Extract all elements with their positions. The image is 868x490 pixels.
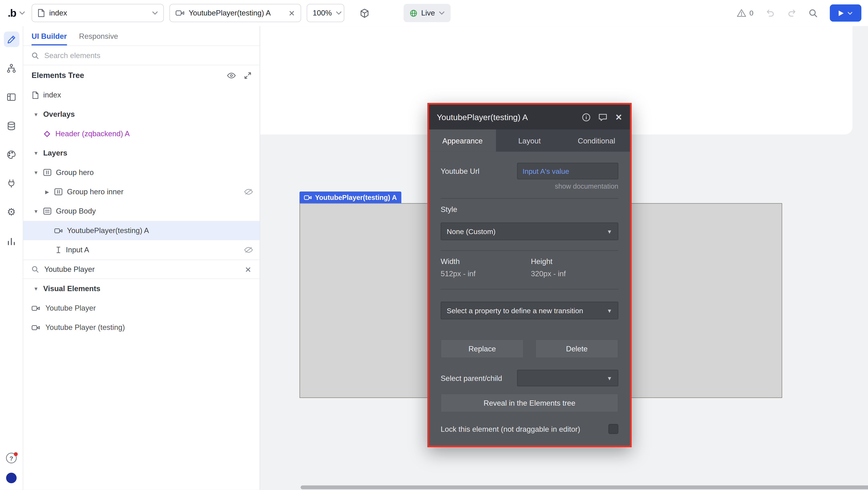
chevron-down-icon: ▼ — [607, 307, 612, 313]
chevron-down-icon[interactable]: ▼ — [33, 286, 39, 292]
close-icon[interactable]: ✕ — [615, 112, 622, 122]
selected-element-tag[interactable]: YoutubePlayer(testing) A — [300, 191, 401, 203]
search-icon[interactable] — [809, 9, 817, 18]
tab-appearance[interactable]: Appearance — [429, 130, 496, 152]
elements-tree-header: Elements Tree — [23, 65, 259, 85]
data-tab-icon[interactable] — [4, 118, 19, 133]
palette-item-youtube-player[interactable]: Youtube Player — [23, 298, 259, 318]
chevron-down-icon[interactable]: ▼ — [33, 150, 39, 156]
comment-icon[interactable] — [598, 113, 608, 121]
elements-search — [23, 46, 259, 65]
bubble-logo-menu[interactable]: .b — [7, 7, 26, 19]
reusable-element-icon — [43, 130, 51, 137]
property-editor: YoutubePlayer(testing) A ✕ Appearance La… — [427, 103, 632, 447]
youtube-url-label: Youtube Url — [441, 167, 479, 175]
transition-dropdown[interactable]: Select a property to define a new transi… — [441, 302, 618, 319]
zoom-selector[interactable]: 100% — [307, 4, 344, 22]
tree-item-label: Header (zqbackend) A — [56, 130, 130, 138]
visibility-eye-icon[interactable] — [227, 72, 236, 78]
undo-icon[interactable] — [766, 9, 775, 17]
lock-element-label: Lock this element (not draggable in edit… — [441, 425, 580, 433]
issue-checker[interactable]: 0 — [737, 9, 753, 17]
horizontal-scrollbar[interactable] — [301, 485, 868, 489]
styles-tab-icon[interactable] — [4, 147, 19, 162]
tab-layout[interactable]: Layout — [496, 130, 563, 152]
tab-responsive[interactable]: Responsive — [79, 27, 118, 44]
row-group-icon — [43, 208, 52, 215]
chevron-down-icon[interactable]: ▼ — [33, 208, 39, 214]
property-editor-titlebar[interactable]: YoutubePlayer(testing) A ✕ — [429, 105, 630, 130]
selected-element-name: YoutubePlayer(testing) A — [189, 9, 284, 17]
video-icon — [304, 194, 312, 200]
reveal-in-tree-button[interactable]: Reveal in the Elements tree — [441, 394, 618, 412]
page-selector-value: index — [49, 9, 148, 17]
replace-button[interactable]: Replace — [441, 339, 524, 358]
clear-element-icon[interactable]: ✕ — [288, 9, 295, 18]
element-search-input[interactable] — [44, 265, 239, 273]
section-visual-elements[interactable]: ▼ Visual Elements — [23, 279, 259, 298]
page-selector[interactable]: index — [32, 4, 164, 22]
search-icon — [32, 52, 39, 59]
delete-button[interactable]: Delete — [535, 339, 618, 358]
tree-item-group-body[interactable]: ▼ Group Body — [23, 202, 259, 221]
tree-item-youtubeplayer-selected[interactable]: YoutubePlayer(testing) A — [23, 221, 259, 240]
tree-item-input-a[interactable]: Input A — [23, 240, 259, 259]
settings-tab-icon[interactable]: ⚙ — [4, 204, 19, 220]
design-canvas[interactable]: YoutubePlayer(testing) A YoutubePlayer(t… — [260, 26, 868, 490]
page-icon — [32, 91, 39, 99]
tab-conditional[interactable]: Conditional — [563, 130, 630, 152]
chevron-down-icon: ▼ — [607, 228, 612, 234]
design-layout-tab-icon[interactable] — [4, 89, 19, 105]
live-version-badge[interactable]: Live — [403, 4, 451, 22]
style-dropdown[interactable]: None (Custom) ▼ — [441, 223, 618, 240]
tree-section-layers[interactable]: ▼ Layers — [23, 144, 259, 163]
show-documentation-link[interactable]: show documentation — [441, 183, 618, 190]
tree-item-label: YoutubePlayer(testing) A — [67, 226, 149, 235]
bubble-logo: .b — [8, 7, 16, 19]
lock-element-checkbox[interactable] — [609, 424, 618, 434]
component-library-icon[interactable] — [360, 8, 369, 18]
ui-builder-tab-icon[interactable] — [4, 32, 19, 47]
width-value: 512px - inf — [441, 270, 531, 278]
search-elements-input[interactable] — [44, 51, 251, 59]
expand-tree-icon[interactable] — [244, 72, 251, 79]
logs-tab-icon[interactable] — [4, 233, 19, 248]
info-icon[interactable] — [582, 113, 591, 122]
tree-item-group-hero[interactable]: ▼ Group hero — [23, 163, 259, 182]
help-icon[interactable]: ? — [6, 453, 17, 463]
property-editor-title: YoutubePlayer(testing) A — [437, 112, 574, 122]
video-icon — [54, 228, 62, 234]
parent-child-dropdown[interactable]: ▼ — [517, 370, 618, 386]
clear-search-icon[interactable]: ✕ — [245, 265, 251, 274]
live-badge-label: Live — [421, 9, 435, 17]
chevron-down-icon — [439, 11, 444, 15]
tree-item-group-hero-inner[interactable]: ▶ Group hero inner — [23, 182, 259, 201]
tree-item-label: Group Body — [56, 207, 96, 215]
palette-item-label: Youtube Player — [45, 304, 96, 312]
zoom-value: 100% — [313, 9, 332, 17]
width-label: Width — [441, 257, 531, 266]
avatar[interactable] — [6, 473, 17, 483]
tree-item-header-overlay[interactable]: Header (zqbackend) A — [23, 124, 259, 143]
chevron-down-icon[interactable]: ▼ — [33, 112, 39, 117]
warning-icon — [737, 9, 746, 17]
divider — [441, 250, 618, 251]
chevron-down-icon — [847, 11, 852, 15]
hidden-eye-icon[interactable] — [244, 247, 253, 253]
tab-ui-builder[interactable]: UI Builder — [32, 27, 67, 45]
tree-item-index[interactable]: index — [23, 85, 259, 104]
preview-button[interactable] — [830, 4, 861, 22]
tree-section-overlays[interactable]: ▼ Overlays — [23, 105, 259, 124]
selected-element-selector[interactable]: YoutubePlayer(testing) A ✕ — [169, 4, 301, 22]
chevron-down-icon[interactable]: ▼ — [33, 170, 39, 175]
video-icon — [32, 305, 40, 311]
hidden-eye-icon[interactable] — [244, 189, 253, 195]
redo-icon[interactable] — [787, 9, 797, 17]
chevron-down-icon — [152, 11, 158, 15]
palette-item-youtube-player-testing[interactable]: Youtube Player (testing) — [23, 318, 259, 337]
ui-builder-panel: UI Builder Responsive Elements Tree — [23, 26, 260, 490]
workflow-tab-icon[interactable] — [4, 60, 19, 76]
plugins-tab-icon[interactable] — [4, 175, 19, 191]
youtube-url-input[interactable] — [517, 163, 618, 179]
chevron-right-icon[interactable]: ▶ — [44, 189, 50, 195]
